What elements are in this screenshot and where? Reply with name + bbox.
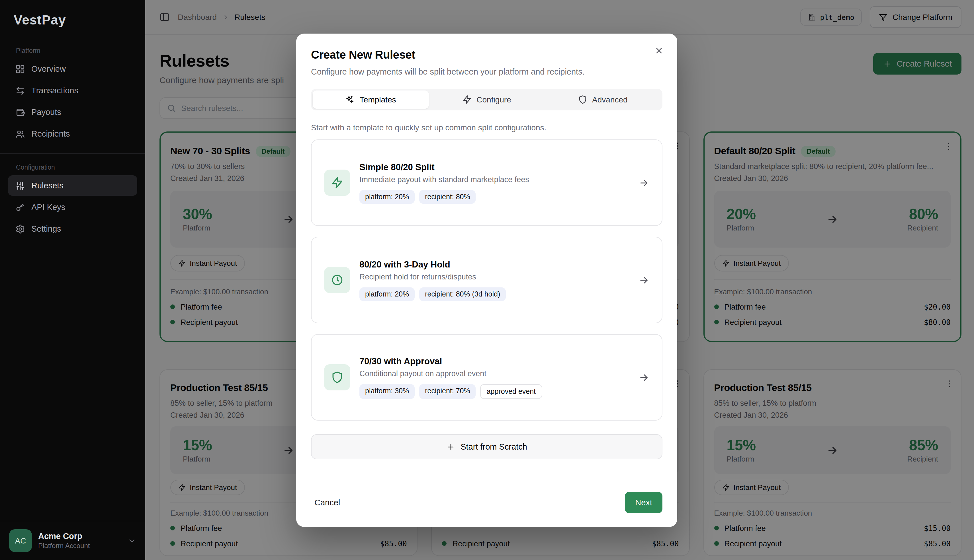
cancel-button[interactable]: Cancel: [311, 493, 344, 512]
gear-icon: [15, 224, 25, 233]
modal-subtitle: Configure how payments will be split bet…: [311, 67, 662, 76]
tab-label: Configure: [476, 95, 511, 104]
sliders-icon: [15, 181, 25, 190]
template-description: Conditional payout on approval event: [359, 369, 630, 378]
sidebar-item-overview[interactable]: Overview: [8, 58, 137, 79]
sidebar-item-label: Transactions: [31, 86, 79, 95]
next-button[interactable]: Next: [625, 492, 662, 513]
modal-footer: Cancel Next: [311, 492, 662, 513]
template-badges: platform: 20% recipient: 80%: [359, 190, 630, 203]
tab-advanced[interactable]: Advanced: [545, 90, 661, 109]
platform-badge: platform: 20%: [359, 287, 415, 301]
arrow-right-icon: [638, 372, 649, 383]
sparkles-icon: [346, 95, 354, 104]
template-icon-tile: [324, 170, 350, 196]
sidebar-item-transactions[interactable]: Transactions: [8, 80, 137, 101]
plus-icon: [446, 442, 455, 451]
close-icon[interactable]: [655, 46, 663, 55]
template-simple-8020[interactable]: Simple 80/20 Split Immediate payout with…: [311, 140, 662, 226]
arrow-right-icon: [638, 177, 649, 188]
platform-badge: platform: 30%: [359, 384, 415, 399]
sidebar-item-api-keys[interactable]: API Keys: [8, 197, 137, 217]
modal-footer-divider: [311, 472, 662, 472]
start-from-scratch-button[interactable]: Start from Scratch: [311, 434, 662, 459]
grid-icon: [15, 64, 25, 74]
shield-icon: [578, 95, 587, 104]
template-icon-tile: [324, 364, 350, 390]
sidebar-item-settings[interactable]: Settings: [8, 218, 137, 239]
template-list: Simple 80/20 Split Immediate payout with…: [311, 140, 662, 420]
template-badges: platform: 20% recipient: 80% (3d hold): [359, 287, 630, 301]
zap-icon: [331, 177, 344, 189]
sidebar: VestPay Platform Overview Transactions P…: [0, 0, 145, 560]
recipient-badge: recipient: 80% (3d hold): [419, 287, 506, 301]
clock-icon: [331, 274, 344, 286]
app-root: VestPay Platform Overview Transactions P…: [0, 0, 974, 560]
zap-icon: [462, 95, 471, 104]
sidebar-section-platform: Platform: [16, 47, 145, 54]
sidebar-section-configuration: Configuration: [16, 164, 145, 171]
recipient-badge: recipient: 80%: [419, 190, 476, 203]
start-from-scratch-label: Start from Scratch: [461, 442, 527, 451]
template-icon-tile: [324, 267, 350, 293]
sidebar-item-payouts[interactable]: Payouts: [8, 102, 137, 122]
template-title: 70/30 with Approval: [359, 356, 630, 366]
sidebar-item-label: Payouts: [31, 108, 61, 117]
sidebar-item-label: Settings: [31, 224, 61, 233]
account-switcher[interactable]: AC Acme Corp Platform Account: [0, 521, 145, 560]
tab-label: Advanced: [592, 95, 628, 104]
chevron-down-icon: [128, 537, 136, 545]
avatar: AC: [9, 529, 32, 552]
tab-templates[interactable]: Templates: [313, 90, 429, 109]
sidebar-item-label: Recipients: [31, 129, 70, 138]
template-body: Simple 80/20 Split Immediate payout with…: [359, 162, 630, 203]
recipient-badge: recipient: 70%: [419, 384, 476, 399]
shield-icon: [331, 371, 344, 383]
key-icon: [15, 202, 25, 212]
sidebar-item-label: Overview: [31, 64, 66, 73]
tab-label: Templates: [360, 95, 396, 104]
modal-title: Create New Ruleset: [311, 48, 662, 62]
app-logo: VestPay: [14, 13, 145, 28]
platform-badge: platform: 20%: [359, 190, 415, 203]
template-body: 80/20 with 3-Day Hold Recipient hold for…: [359, 259, 630, 301]
template-body: 70/30 with Approval Conditional payout o…: [359, 356, 630, 399]
sidebar-item-label: API Keys: [31, 203, 65, 212]
template-title: 80/20 with 3-Day Hold: [359, 259, 630, 270]
account-info: Acme Corp Platform Account: [38, 532, 90, 550]
modal-tabs: Templates Configure Advanced: [311, 89, 662, 110]
templates-helper-text: Start with a template to quickly set up …: [311, 123, 662, 132]
template-8020-hold[interactable]: 80/20 with 3-Day Hold Recipient hold for…: [311, 237, 662, 323]
next-label: Next: [635, 498, 652, 507]
template-description: Recipient hold for returns/disputes: [359, 272, 630, 281]
create-ruleset-modal: Create New Ruleset Configure how payment…: [296, 33, 677, 527]
users-icon: [15, 129, 25, 138]
sidebar-item-rulesets[interactable]: Rulesets: [8, 175, 137, 196]
arrow-right-icon: [638, 275, 649, 285]
sidebar-item-label: Rulesets: [31, 181, 63, 190]
sidebar-nav: Platform Overview Transactions Payouts R…: [0, 47, 145, 240]
account-role: Platform Account: [38, 542, 90, 550]
account-name: Acme Corp: [38, 532, 90, 541]
wallet-icon: [15, 107, 25, 117]
tab-configure[interactable]: Configure: [429, 90, 545, 109]
sidebar-item-recipients[interactable]: Recipients: [8, 123, 137, 144]
template-description: Immediate payout with standard marketpla…: [359, 175, 630, 183]
template-title: Simple 80/20 Split: [359, 162, 630, 172]
sidebar-divider: [0, 153, 145, 154]
arrows-left-right-icon: [15, 86, 25, 95]
template-7030-approval[interactable]: 70/30 with Approval Conditional payout o…: [311, 334, 662, 420]
event-badge: approved event: [480, 384, 542, 399]
template-badges: platform: 30% recipient: 70% approved ev…: [359, 384, 630, 399]
